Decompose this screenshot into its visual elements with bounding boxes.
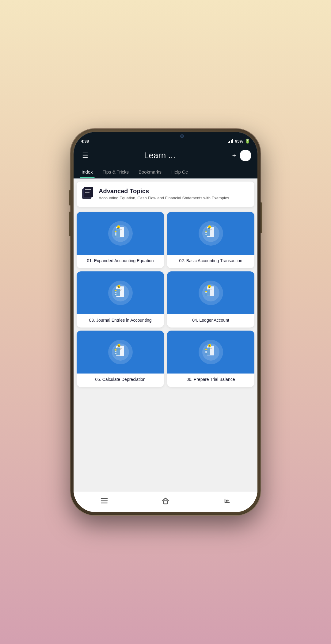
svg-rect-72 <box>164 501 167 504</box>
tab-bar: Index Tips & Tricks Bookmarks Help Ce <box>74 166 257 178</box>
battery-icon: 🔋 <box>245 139 250 144</box>
svg-rect-64 <box>205 349 207 350</box>
tab-tips-tricks[interactable]: Tips & Tricks <box>98 166 134 178</box>
signal-icon <box>228 139 233 143</box>
banner-title: Advanced Topics <box>99 188 229 195</box>
card-2-icon-circle: $ <box>199 221 223 246</box>
add-button[interactable]: + <box>229 151 240 159</box>
svg-rect-66 <box>205 352 207 353</box>
side-button-volume <box>69 212 70 236</box>
phone-frame: 4:38 95% 🔋 ☰ Learn ... + <box>70 129 261 515</box>
tab-index[interactable]: Index <box>77 166 98 178</box>
card-2[interactable]: $ 02. Basic Accounting Transaction <box>167 212 254 268</box>
card-6-label: 06. Prepare Trial Balance <box>167 374 254 387</box>
card-5[interactable]: $ 05. Calculate Depreciation <box>77 331 164 387</box>
svg-rect-42 <box>207 289 212 289</box>
card-6-image: $ <box>167 331 254 374</box>
nav-menu-button[interactable] <box>97 495 112 507</box>
status-right: 95% 🔋 <box>228 139 250 144</box>
phone-screen: 4:38 95% 🔋 ☰ Learn ... + <box>74 132 257 512</box>
card-1-label: 01. Expanded Accounting Equation <box>77 255 164 268</box>
svg-rect-56 <box>115 353 116 354</box>
header-title: Learn ... <box>91 151 229 160</box>
card-5-image: $ <box>77 331 164 374</box>
svg-text:$: $ <box>118 286 120 288</box>
status-time: 4:38 <box>81 139 89 144</box>
card-5-icon-circle: $ <box>108 340 133 364</box>
menu-button[interactable]: ☰ <box>80 151 91 159</box>
card-3[interactable]: $ 03. Journal Entries in Accounting <box>77 271 164 328</box>
banner: Advanced Topics Accounting Equation, Cas… <box>77 182 254 207</box>
card-2-image: $ <box>167 212 254 255</box>
cards-grid: $ 01. Expanded Accounting Equation <box>74 210 257 390</box>
card-3-image: $ <box>77 271 164 314</box>
notch <box>135 132 196 140</box>
svg-rect-55 <box>115 351 116 352</box>
status-left: 4:38 <box>81 139 89 144</box>
app-header: ☰ Learn ... + <box>74 145 257 166</box>
card-6[interactable]: $ 06. Prepare Trial Balance <box>167 331 254 387</box>
banner-description: Accounting Equation, Cash Flow and Finan… <box>99 195 229 201</box>
banner-icon <box>82 186 94 202</box>
banner-text: Advanced Topics Accounting Equation, Cas… <box>99 188 229 201</box>
bottom-navigation <box>74 491 257 512</box>
svg-rect-54 <box>115 349 116 351</box>
svg-rect-35 <box>115 292 116 293</box>
card-5-label: 05. Calculate Depreciation <box>77 374 164 387</box>
svg-rect-25 <box>205 234 207 235</box>
card-4-icon-circle: $ <box>199 281 223 305</box>
svg-rect-65 <box>205 351 207 352</box>
svg-rect-23 <box>205 231 207 232</box>
side-button-power <box>261 202 262 233</box>
card-3-label: 03. Journal Entries in Accounting <box>77 314 164 328</box>
svg-text:$: $ <box>209 345 210 347</box>
svg-rect-44 <box>205 291 207 292</box>
svg-rect-45 <box>205 292 207 293</box>
nav-back-button[interactable] <box>219 495 234 507</box>
card-6-icon-circle: $ <box>199 340 223 364</box>
svg-rect-14 <box>115 234 116 236</box>
svg-rect-12 <box>115 231 116 232</box>
camera <box>180 134 184 138</box>
card-1-icon-circle: $ <box>108 221 133 246</box>
tab-bookmarks[interactable]: Bookmarks <box>134 166 166 178</box>
card-3-icon-circle: $ <box>108 281 133 305</box>
svg-text:$: $ <box>209 226 210 229</box>
nav-home-button[interactable] <box>158 495 173 507</box>
svg-rect-34 <box>115 290 116 291</box>
card-4[interactable]: $ 04. Ledger Account <box>167 271 254 328</box>
main-content: Advanced Topics Accounting Equation, Cas… <box>74 178 257 491</box>
svg-text:$: $ <box>118 226 119 229</box>
svg-rect-24 <box>205 232 207 233</box>
card-2-label: 02. Basic Accounting Transaction <box>167 255 254 268</box>
svg-text:$: $ <box>118 345 120 347</box>
card-4-label: 04. Ledger Account <box>167 314 254 328</box>
card-1[interactable]: $ 01. Expanded Accounting Equation <box>77 212 164 268</box>
card-4-image: $ <box>167 271 254 314</box>
svg-text:$: $ <box>208 286 210 288</box>
svg-rect-13 <box>115 232 116 234</box>
tab-help-center[interactable]: Help Ce <box>166 166 193 178</box>
user-avatar[interactable] <box>240 150 251 161</box>
svg-rect-2 <box>84 187 93 197</box>
side-button-mute <box>69 190 70 205</box>
svg-rect-36 <box>115 294 116 295</box>
card-1-image: $ <box>77 212 164 255</box>
battery-text: 95% <box>235 139 243 144</box>
